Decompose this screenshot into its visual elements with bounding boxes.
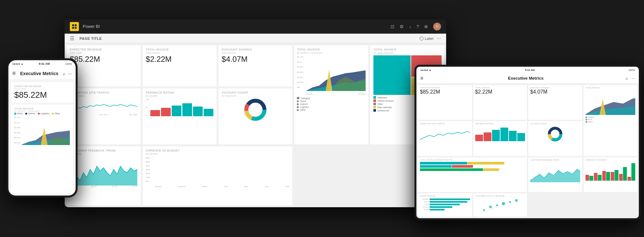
chart-period: BY MONTH, CATEGORY (297, 52, 366, 54)
chart-label: Total Invoice (297, 48, 366, 51)
phone-nav-bar: ≡ Executive Metrics ⌕ ··· (8, 67, 76, 80)
x-label: January (155, 186, 162, 187)
kpi-label: Discount Savings (222, 48, 289, 51)
chart-period: BY SCORE (70, 153, 137, 155)
tablet-chart-customer-revenue: Customer Site vs. Revenue (473, 193, 527, 217)
hamburger-icon[interactable]: ≡ (420, 75, 423, 81)
kpi-value: $2.22M (475, 89, 525, 95)
download-icon[interactable]: ↓ (409, 24, 411, 29)
tablet-chart-account: Account Count (528, 121, 582, 156)
variance-chart: $60k $50k $40k $30k $20k $10k $0k (146, 156, 289, 186)
settings-icon[interactable]: ⚙ (400, 24, 404, 29)
frame-icon[interactable]: ⊡ (391, 24, 394, 29)
legend-color-icon (373, 96, 376, 99)
pipeline-label: Closed (420, 209, 429, 210)
legend-dot-icon (297, 106, 299, 108)
treemap-cell-teal (373, 55, 411, 95)
legend: Category Direct Indirect (585, 116, 636, 123)
large-area-svg (70, 156, 137, 186)
legend-label: Direct (300, 100, 306, 102)
bar-item (594, 173, 598, 181)
y-axis-label: $0.04m (297, 76, 305, 78)
legend-color-icon (373, 109, 376, 112)
svg-marker-25 (530, 169, 580, 182)
legend-label: Logistics (300, 106, 309, 108)
legend-item: Direct (14, 112, 23, 115)
help-icon[interactable]: ? (416, 24, 419, 29)
x-label: 1 (161, 117, 162, 119)
budget-bar-budget (452, 165, 473, 168)
label-text: Label (425, 37, 434, 40)
more-options-icon[interactable]: ··· (437, 36, 441, 41)
x-axis: 0 1 2 3 4 5 6 (146, 117, 213, 119)
label-button[interactable]: Label (420, 37, 434, 40)
x-label: Jun 07 (91, 186, 97, 187)
chart-marketing-traffic: Marketing Site Traffic BY SOURCES Jan 20… (67, 88, 141, 144)
chart-total-invoice-category: Total Invoice BY MONTH, CATEGORY $0.12m … (294, 45, 368, 144)
legend-label: Outsourced (377, 109, 389, 112)
svg-point-12 (249, 103, 262, 116)
x-label: 3 (181, 117, 182, 119)
tablet-status-bar: ●●●●● ▲ 9:41 AM 100% (416, 67, 639, 73)
kpi-label: Expected Revenue (14, 85, 70, 88)
share-icon[interactable]: ⊕ (424, 24, 428, 29)
y-label: $0.1m (14, 122, 22, 124)
y-label: $30k (146, 169, 155, 171)
kpi-value: $4.07M (530, 89, 580, 95)
y-axis-label: $0.06m (297, 71, 305, 73)
chart-variance-budget: Varience to Budget BY MONTH $60k $50k $4… (143, 146, 293, 205)
bar-item (606, 172, 610, 181)
y-label: $10k (146, 176, 155, 178)
hamburger-icon[interactable]: ☰ (70, 35, 74, 41)
x-label: 2 (171, 117, 172, 119)
search-icon[interactable]: ⌕ (63, 71, 65, 76)
budget-row (420, 165, 525, 168)
tablet-kpi-savings: Discount Savings $4.07M (528, 85, 582, 120)
legend-item: Indirect (25, 112, 35, 115)
chart-label: Varience to Budget (585, 159, 636, 161)
more-options-icon[interactable]: ··· (631, 76, 635, 81)
legend-label: Direct (588, 119, 592, 120)
legend-dot-icon (297, 103, 299, 105)
svg-point-27 (489, 206, 492, 208)
legend-dot-icon (52, 113, 54, 115)
bar-item (500, 128, 508, 141)
legend-label: Indirect (588, 121, 593, 123)
legend-item: Direct (297, 100, 366, 102)
legend-color-icon (373, 106, 376, 108)
x-label: 0 (150, 117, 151, 119)
kpi-period: THIS YEAR (70, 52, 137, 54)
avatar-icon[interactable]: U (433, 23, 441, 30)
chart-label: Total Invoice (373, 48, 441, 51)
bar-item (602, 171, 606, 181)
tablet-donut (530, 125, 580, 143)
more-options-icon[interactable]: ··· (68, 71, 72, 76)
x-label: Total (285, 186, 289, 187)
svg-point-26 (483, 209, 485, 211)
bar-group (155, 156, 289, 186)
hamburger-icon[interactable]: ≡ (12, 70, 16, 77)
phone-kpi-revenue: Expected Revenue THIS YEAR $85.22M (11, 82, 73, 103)
search-icon[interactable]: ⌕ (626, 76, 628, 81)
signal-icon: ●●●●● ▲ (420, 69, 431, 72)
svg-marker-13 (70, 166, 137, 186)
bar-item (492, 130, 500, 141)
monitor: Power BI ⊡ ⚙ ↓ ? ⊕ U ☰ PAGE TITLE Label … (65, 19, 446, 207)
tablet-kpi-revenue: Expected Revenue $85.22M (418, 85, 472, 120)
tablet-dashboard: Expected Revenue $85.22M Total Invoice $… (416, 84, 639, 218)
x-axis-label: January (306, 93, 313, 95)
tablet-chart-variance: Varience to Budget (584, 157, 638, 192)
legend-dot-icon (297, 97, 299, 99)
y-label: 50 (146, 107, 149, 108)
svg-point-24 (551, 130, 559, 138)
large-area-chart (70, 156, 137, 186)
legend-item: Indirect (297, 103, 366, 105)
legend-dot-icon (297, 100, 299, 102)
kpi-value: $85.22M (70, 55, 137, 63)
y-label: $50k (146, 161, 155, 163)
tablet-chart-sales-pipeline: Sales Pipeline Qualified Needs Value Dec… (418, 193, 472, 217)
legend-item: Category (585, 116, 636, 118)
tablet-kpi-invoice: Total Invoice $2.22M (473, 85, 527, 120)
legend-dot-icon (25, 113, 27, 115)
bar-item (611, 172, 615, 181)
